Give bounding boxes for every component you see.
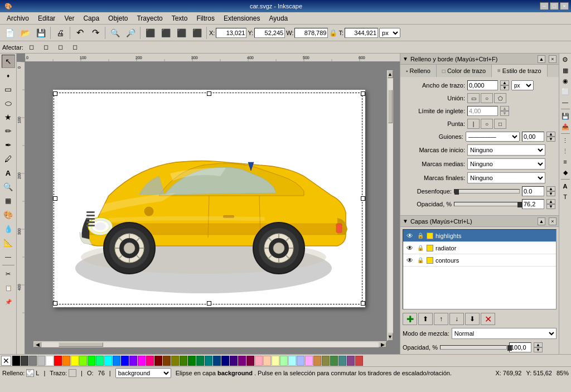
zoom-out-button[interactable]: 🔎	[123, 26, 138, 40]
x-input[interactable]: 13,021	[216, 28, 246, 38]
swatch-gray[interactable]	[29, 356, 37, 366]
h-scrollbar[interactable]: ◀ ▶	[33, 341, 386, 347]
zoom-tool[interactable]: 🔍	[2, 180, 15, 193]
text-a-icon[interactable]: A	[560, 181, 570, 191]
swatch-sage[interactable]	[330, 356, 338, 366]
layers-panel-close[interactable]: ×	[549, 217, 557, 225]
opacity-up[interactable]: ▲	[546, 199, 555, 204]
align-icon[interactable]: ≡	[560, 157, 570, 167]
opacity-down[interactable]: ▼	[546, 204, 555, 209]
star-tool[interactable]: ★	[2, 110, 15, 124]
swatch-dark-olive[interactable]	[180, 356, 187, 366]
layer-radiator[interactable]: 👁 🔒 radiator	[403, 242, 556, 254]
swatch-navy[interactable]	[221, 356, 229, 366]
text-tool[interactable]: A	[2, 166, 15, 180]
layer-to-top-btn[interactable]: ⬆	[418, 313, 433, 325]
layer-contours[interactable]: 👁 🔒 contours	[403, 254, 556, 267]
swatch-steel-teal[interactable]	[338, 356, 346, 366]
fill-tab-relleno[interactable]: ▪ Relleno	[400, 65, 437, 77]
miter-down[interactable]: ▼	[500, 111, 509, 116]
gradient-tool[interactable]: ▦	[2, 194, 15, 207]
layer-down-btn[interactable]: ↓	[449, 313, 464, 325]
swatch-dark-green[interactable]	[188, 356, 196, 366]
swatch-purple[interactable]	[230, 356, 238, 366]
menu-filtros[interactable]: Filtros	[192, 13, 219, 23]
layer-highlights[interactable]: 👁 🔒 highlights	[403, 230, 556, 242]
swatch-spring[interactable]	[96, 356, 104, 366]
markers-end-select[interactable]: Ninguno	[467, 172, 545, 183]
delete-layer-btn[interactable]: ✕	[481, 313, 495, 325]
unit-select[interactable]: px mm	[379, 28, 400, 38]
add-layer-btn[interactable]: ✚	[403, 313, 417, 325]
opacity-slider[interactable]	[454, 202, 520, 206]
swatch-light-cyan[interactable]	[288, 356, 296, 366]
handle-tm[interactable]	[207, 91, 211, 96]
swatch-crimson[interactable]	[246, 356, 254, 366]
cap-round-btn[interactable]: ○	[481, 119, 493, 129]
stroke-color-box[interactable]	[69, 369, 76, 377]
handle-br[interactable]	[361, 301, 365, 306]
snap-guide-icon[interactable]: —	[560, 97, 570, 107]
swatch-yellow-green[interactable]	[79, 356, 87, 366]
swatch-teal-green[interactable]	[196, 356, 204, 366]
layers-opacity-up[interactable]: ▲	[534, 342, 543, 347]
swatch-pink[interactable]	[255, 356, 263, 366]
swatch-light-magenta[interactable]	[305, 356, 313, 366]
dash-offset-down[interactable]: ▼	[546, 137, 555, 142]
blend-select[interactable]: Normal	[452, 328, 557, 339]
union-miter-btn[interactable]: ▭	[467, 93, 480, 103]
handle-bm[interactable]	[207, 301, 211, 306]
swatch-blue[interactable]	[121, 356, 129, 366]
cap-butt-btn[interactable]: |	[467, 119, 480, 129]
miter-input[interactable]	[467, 106, 498, 116]
layer-to-bottom-btn[interactable]: ⬇	[465, 313, 480, 325]
dash-select[interactable]: —————	[466, 132, 520, 142]
pencil-tool[interactable]: ✏	[2, 124, 15, 138]
grid-icon[interactable]: ⋮	[560, 135, 570, 146]
ellipse-tool[interactable]: ⬭	[2, 96, 15, 110]
dash-offset-input[interactable]	[522, 132, 544, 142]
export-icon[interactable]: 📤	[560, 122, 570, 132]
swatch-red[interactable]	[54, 356, 62, 366]
layer-contours-lock[interactable]: 🔒	[417, 256, 424, 265]
markers-mid-select[interactable]: Ninguno	[467, 158, 545, 170]
text-t-icon[interactable]: T	[560, 192, 570, 202]
swatch-dark-gray[interactable]	[21, 356, 28, 366]
miter-up[interactable]: ▲	[500, 106, 509, 111]
align-center-button[interactable]: ⬛	[158, 26, 173, 40]
handle-tr[interactable]	[361, 91, 365, 96]
h-input[interactable]: 344,921	[345, 28, 378, 38]
canvas-content[interactable]: ◀ ▶ ▲ ▼	[25, 62, 393, 347]
snap-bbox-icon[interactable]: ⬜	[560, 86, 570, 96]
fill-panel-close[interactable]: ▲	[538, 55, 545, 63]
swatch-peach[interactable]	[263, 356, 271, 366]
menu-objeto[interactable]: Objeto	[104, 13, 132, 23]
select-tool[interactable]: ↖	[2, 55, 15, 68]
snap-grid-icon[interactable]: ▦	[560, 65, 570, 75]
stroke-width-input[interactable]	[467, 80, 498, 90]
align-right-button[interactable]: ⬛	[174, 26, 188, 40]
fill-tab-color-trazo[interactable]: □ Color de trazo	[437, 65, 492, 77]
swatch-yellow[interactable]	[71, 356, 79, 366]
swatch-light-yellow[interactable]	[272, 356, 279, 366]
rect-tool[interactable]: ▭	[2, 83, 15, 96]
y-input[interactable]: 52,245	[254, 28, 285, 38]
handle-ml[interactable]	[53, 196, 57, 201]
fill-tab-estilo-trazo[interactable]: ≡ Estilo de trazo	[492, 65, 548, 77]
fill-panel-close2[interactable]: ×	[549, 55, 557, 63]
swatch-khaki[interactable]	[322, 356, 330, 366]
swatch-cyan[interactable]	[104, 356, 112, 366]
menu-archivo[interactable]: Archivo	[2, 13, 33, 23]
close-button[interactable]: ×	[560, 2, 569, 10]
swatch-dark-red[interactable]	[154, 356, 162, 366]
layers-list[interactable]: 👁 🔒 highlights 👁 🔒 radiator 👁 🔒 contours	[403, 229, 557, 309]
swatch-azure[interactable]	[113, 356, 120, 366]
layer-highlights-lock[interactable]: 🔒	[417, 231, 424, 240]
menu-extensiones[interactable]: Extensiones	[219, 13, 264, 23]
v-scrollbar[interactable]: ▲ ▼	[386, 70, 393, 341]
swatch-magenta[interactable]	[138, 356, 146, 366]
print-button[interactable]: 🖨	[53, 26, 67, 40]
swatch-light-gray[interactable]	[37, 356, 45, 366]
nodes-icon[interactable]: ◆	[560, 167, 570, 177]
dash-offset-up[interactable]: ▲	[546, 132, 555, 137]
